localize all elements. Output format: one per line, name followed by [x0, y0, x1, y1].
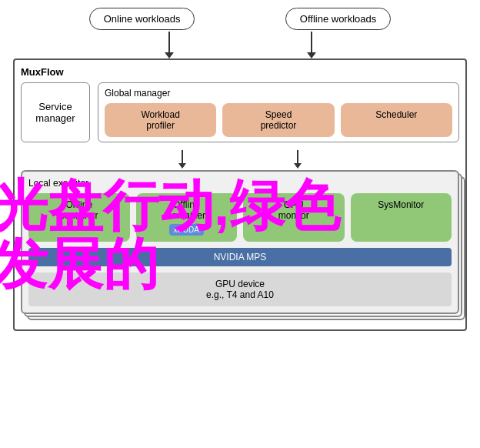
offline-container-label: Offlinecontainer — [168, 199, 205, 221]
offline-container-box: Offlinecontainer xCUDA — [136, 193, 238, 242]
gpu-monitor-label: GPUmonitor — [278, 199, 309, 221]
le-components: Onlinecontainer Offlinecontainer xCUDA G… — [28, 193, 452, 242]
local-executor-label: Local executor — [28, 178, 452, 189]
online-arrow — [168, 32, 170, 53]
global-manager-label: Global manager — [105, 88, 452, 99]
sysmonitor-box: SysMonitor — [351, 193, 452, 242]
offline-arrow — [311, 32, 312, 53]
online-container-label: Onlinecontainer — [60, 199, 98, 221]
global-manager-area: Global manager Workloadprofiler Speedpre… — [98, 82, 459, 142]
muxflow-box: MuxFlow Servicemanager Global manager Wo… — [13, 59, 467, 331]
service-manager-box: Servicemanager — [21, 82, 90, 142]
gpu-device-line2: e.g., T4 and A10 — [206, 289, 274, 300]
online-container-box: Onlinecontainer — [28, 193, 130, 242]
mid-arrow-left — [178, 150, 186, 169]
xcuda-badge: xCUDA — [169, 224, 204, 236]
mid-arrow-right — [294, 150, 302, 169]
muxflow-label: MuxFlow — [21, 66, 459, 78]
online-workloads-pill: Online workloads — [89, 8, 195, 30]
scheduler-box: Scheduler — [341, 103, 452, 137]
top-row: Servicemanager Global manager Workloadpr… — [21, 82, 459, 142]
top-inputs: Online workloads Offline workloads — [13, 8, 467, 30]
workload-profiler-box: Workloadprofiler — [105, 103, 216, 137]
gpu-monitor-box: GPUmonitor — [243, 193, 345, 242]
nvidia-mps-bar: NVIDIA MPS — [28, 248, 452, 266]
gm-components: Workloadprofiler Speedpredictor Schedule… — [105, 103, 452, 137]
gpu-device-box: GPU device e.g., T4 and A10 — [28, 272, 452, 306]
local-executor-wrapper: Local executor Onlinecontainer Offlineco… — [21, 170, 459, 314]
local-executor-box: Local executor Onlinecontainer Offlineco… — [21, 170, 459, 314]
gpu-device-line1: GPU device — [215, 279, 265, 289]
service-manager-label: Servicemanager — [35, 101, 75, 124]
main-container: Online workloads Offline workloads MuxFl… — [13, 8, 467, 331]
sysmonitor-label: SysMonitor — [378, 199, 424, 210]
offline-workloads-pill: Offline workloads — [285, 8, 391, 30]
speed-predictor-box: Speedpredictor — [222, 103, 334, 137]
